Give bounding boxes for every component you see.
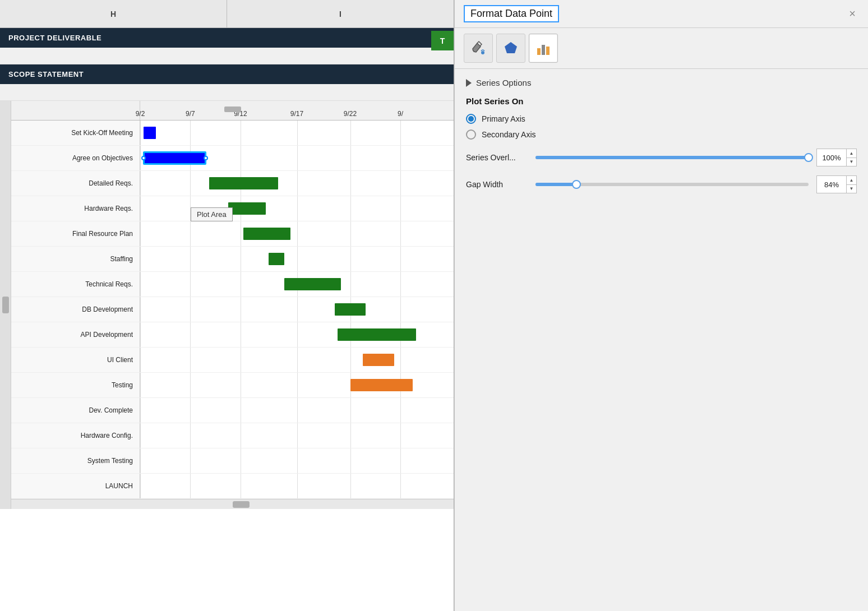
svg-rect-2 [537,48,541,55]
table-row: Technical Reqs. [11,272,454,297]
task-bar-cell[interactable] [140,247,454,271]
task-label: Technical Reqs. [11,272,140,297]
gap-width-up[interactable]: ▲ [847,176,856,185]
gap-width-label: Gap Width [466,180,528,189]
tab-shape[interactable] [496,34,525,63]
selection-handle-left [141,156,146,160]
gap-width-value: 84% [817,180,846,189]
series-options-panel: Series Options Plot Series On Primary Ax… [455,69,868,202]
green-t-button[interactable]: T [431,31,454,50]
primary-axis-label: Primary Axis [482,114,525,123]
task-label: Detailed Reqs. [11,171,140,196]
task-bar[interactable] [228,202,266,215]
task-bar[interactable] [363,354,394,366]
gap-width-down[interactable]: ▼ [847,185,856,193]
task-bar[interactable] [209,177,278,189]
task-bar[interactable] [144,127,156,139]
col-header-i: I [227,0,454,27]
task-label: Final Resource Plan [11,221,140,246]
task-label: Agree on Objectives [11,146,140,170]
plot-series-label: Plot Series On [466,96,857,106]
table-row: LAUNCH [11,474,454,499]
table-row: Testing [11,373,454,398]
task-bar[interactable] [243,228,290,240]
table-row: Hardware Reqs. [11,196,454,221]
table-row: Hardware Config. [11,423,454,448]
panel-header: Format Data Point × [455,0,868,28]
shape-icon [503,40,519,56]
table-row: Agree on Objectives [11,146,454,171]
task-bar[interactable] [269,253,284,265]
task-bar-cell[interactable] [140,448,454,473]
series-overlap-thumb[interactable] [804,153,813,162]
gap-width-value-box: 84% ▲ ▼ [816,175,857,193]
task-bar-cell[interactable] [140,474,454,498]
table-row: System Testing [11,448,454,474]
gantt-main: 9/2 9/7 9/12 9/17 9/22 9/ [11,101,454,509]
task-bar-cell[interactable] [140,423,454,448]
format-panel: Format Data Point × [454,0,868,611]
horizontal-scroll-thumb [233,501,250,508]
task-bar[interactable] [335,303,366,316]
svg-rect-3 [542,45,545,55]
task-bar-cell[interactable] [140,373,454,397]
series-overlap-arrows: ▲ ▼ [846,149,856,166]
column-headers: H I [0,0,454,28]
task-bar-cell[interactable] [140,171,454,196]
task-bar[interactable] [350,379,413,391]
task-bar-cell[interactable] [140,322,454,347]
secondary-axis-radio[interactable] [466,129,476,140]
series-icon [535,40,551,56]
series-overlap-label: Series Overl... [466,153,528,162]
tab-fill[interactable] [464,34,493,63]
svg-rect-4 [546,47,550,55]
series-overlap-down[interactable]: ▼ [847,158,856,166]
tab-series[interactable] [529,34,558,63]
task-bar-cell[interactable] [140,121,454,145]
gantt-wrapper: 9/2 9/7 9/12 9/17 9/22 9/ [0,101,454,509]
section-gap-1 [0,48,454,64]
date-label-97: 9/7 [186,110,195,118]
col-header-h: H [0,0,227,27]
task-bar-selected[interactable] [144,152,206,164]
date-label-9x: 9/ [398,110,403,118]
series-options-title: Series Options [476,78,531,87]
task-bar-cell[interactable] [140,272,454,297]
gantt-rows: Plot Area Set Kick-Off Meeting [11,121,454,499]
task-bar-cell[interactable] [140,146,454,170]
primary-axis-radio[interactable] [466,114,476,124]
date-labels: 9/2 9/7 9/12 9/17 9/22 9/ [140,101,454,120]
task-bar-cell[interactable] [140,398,454,423]
task-label: System Testing [11,448,140,473]
series-overlap-fill [535,156,809,159]
section-gap-2 [0,84,454,101]
gap-width-slider[interactable] [535,183,809,186]
left-scroll-handle[interactable] [0,101,11,509]
close-button[interactable]: × [846,7,859,21]
task-bar[interactable] [284,278,341,290]
gap-width-thumb[interactable] [572,180,581,189]
date-label-917: 9/17 [290,110,303,118]
date-label-922: 9/22 [344,110,357,118]
selection-handle-right [204,156,208,160]
task-bar-cell[interactable] [140,348,454,372]
series-overlap-value-box: 100% ▲ ▼ [816,149,857,166]
svg-point-0 [481,51,484,54]
series-overlap-value: 100% [817,154,846,162]
section-title-row: Series Options [466,78,857,87]
task-label: Dev. Complete [11,398,140,423]
expand-triangle-icon[interactable] [466,79,472,87]
task-label: Hardware Config. [11,423,140,448]
bottom-scroll-bar[interactable] [11,499,454,509]
top-scroll-thumb[interactable] [224,107,241,112]
secondary-axis-label: Secondary Axis [482,130,536,139]
project-deliverable-header: PROJECT DELIVERABLE [0,28,454,48]
task-bar-cell[interactable] [140,297,454,322]
series-overlap-row: Series Overl... 100% ▲ ▼ [466,149,857,166]
series-overlap-slider[interactable] [535,156,809,159]
date-label-92: 9/2 [136,110,145,118]
task-bar-cell[interactable] [140,196,454,221]
task-bar[interactable] [338,328,416,341]
task-bar-cell[interactable] [140,221,454,246]
series-overlap-up[interactable]: ▲ [847,149,856,158]
